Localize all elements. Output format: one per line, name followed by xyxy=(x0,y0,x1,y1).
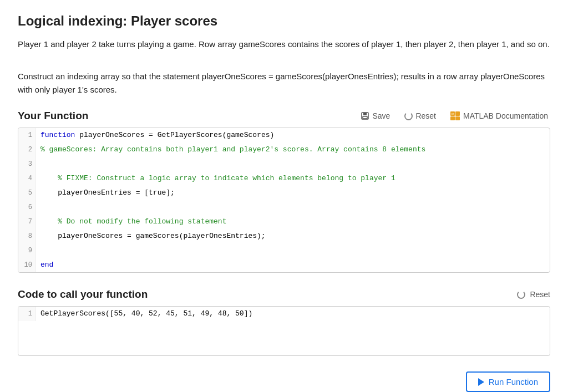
description-text: Player 1 and player 2 take turns playing… xyxy=(18,38,550,51)
line-num-5: 5 xyxy=(18,186,36,200)
matlab-icon: M xyxy=(450,111,460,120)
call-line-content-1: GetPlayerScores([55, 40, 52, 45, 51, 49,… xyxy=(36,307,257,321)
function-code-editor[interactable]: 1 function playerOneScores = GetPlayerSc… xyxy=(18,128,550,273)
line-num-6: 6 xyxy=(18,200,36,215)
code-line-10: 10 end xyxy=(18,258,550,272)
line-content-2: % gameScores: Array contains both player… xyxy=(36,142,430,157)
line-content-10: end xyxy=(36,258,58,272)
call-code-editor[interactable]: 1 GetPlayerScores([55, 40, 52, 45, 51, 4… xyxy=(18,306,550,356)
your-function-title: Your Function xyxy=(18,110,88,122)
save-label: Save xyxy=(372,111,390,120)
line-content-5: playerOnesEntries = [true]; xyxy=(36,186,179,200)
line-num-10: 10 xyxy=(18,258,36,272)
code-line-9: 9 xyxy=(18,243,550,258)
run-label: Run Function xyxy=(489,377,538,386)
line-num-2: 2 xyxy=(18,142,36,157)
svg-rect-6 xyxy=(455,116,460,120)
matlab-docs-button[interactable]: M MATLAB Documentation xyxy=(448,110,550,121)
line-num-7: 7 xyxy=(18,215,36,229)
line-num-8: 8 xyxy=(18,229,36,243)
line-content-7: % Do not modify the following statement xyxy=(36,215,231,229)
line-content-6 xyxy=(36,200,49,215)
matlab-label: MATLAB Documentation xyxy=(463,111,548,120)
code-line-5: 5 playerOnesEntries = [true]; xyxy=(18,186,550,200)
svg-rect-1 xyxy=(363,113,367,115)
line-num-9: 9 xyxy=(18,243,36,258)
call-line-num-1: 1 xyxy=(18,307,36,321)
code-line-4: 4 % FIXME: Construct a logic array to in… xyxy=(18,171,550,186)
run-function-button[interactable]: Run Function xyxy=(466,371,550,392)
line-content-4: % FIXME: Construct a logic array to indi… xyxy=(36,171,400,186)
toolbar: Save Reset M MATLAB Documentation xyxy=(358,110,550,121)
code-line-7: 7 % Do not modify the following statemen… xyxy=(18,215,550,229)
code-line-8: 8 playerOneScores = gameScores(playerOne… xyxy=(18,229,550,243)
save-icon xyxy=(361,111,369,120)
line-num-3: 3 xyxy=(18,157,36,171)
save-button[interactable]: Save xyxy=(358,110,392,121)
svg-text:M: M xyxy=(452,113,454,116)
code-line-6: 6 xyxy=(18,200,550,215)
run-button-row: Run Function xyxy=(18,371,550,392)
code-line-2: 2 % gameScores: Array contains both play… xyxy=(18,142,550,157)
call-reset-label: Reset xyxy=(530,290,550,299)
call-reset-icon xyxy=(517,291,525,299)
svg-rect-4 xyxy=(455,111,460,116)
reset-label: Reset xyxy=(415,111,436,120)
call-function-title: Code to call your function xyxy=(18,288,148,301)
svg-rect-5 xyxy=(450,116,455,120)
construct-text: Construct an indexing array so that the … xyxy=(18,70,550,96)
page-title: Logical indexing: Player scores xyxy=(18,13,550,29)
line-num-1: 1 xyxy=(18,128,36,142)
call-reset-button[interactable]: Reset xyxy=(517,290,550,299)
line-content-3 xyxy=(36,157,49,171)
line-content-8: playerOneScores = gameScores(playerOnesE… xyxy=(36,229,270,243)
line-num-4: 4 xyxy=(18,171,36,186)
call-function-header: Code to call your function Reset xyxy=(18,288,550,301)
play-icon xyxy=(478,378,484,386)
call-line-1: 1 GetPlayerScores([55, 40, 52, 45, 51, 4… xyxy=(18,307,550,321)
code-line-3: 3 xyxy=(18,157,550,171)
your-function-header: Your Function Save Reset M MATLAB Docume… xyxy=(18,110,550,122)
line-content-1: function playerOneScores = GetPlayerScor… xyxy=(36,128,278,142)
reset-button[interactable]: Reset xyxy=(402,110,438,121)
code-line-1: 1 function playerOneScores = GetPlayerSc… xyxy=(18,128,550,142)
line-content-9 xyxy=(36,243,49,258)
reset-icon xyxy=(404,112,413,120)
svg-rect-2 xyxy=(363,116,367,119)
